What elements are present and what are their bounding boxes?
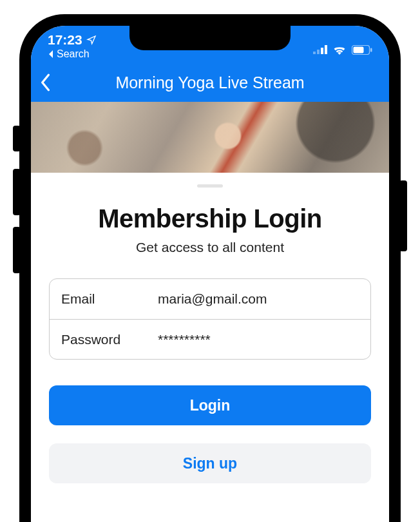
svg-rect-0 [313,52,316,54]
battery-icon [352,45,372,55]
sheet-handle[interactable] [197,184,223,188]
email-label: Email [61,291,158,307]
location-icon [86,35,97,45]
nav-bar: Morning Yoga Live Stream [31,63,389,102]
svg-rect-2 [321,48,323,54]
signup-button[interactable]: Sign up [49,443,371,483]
wifi-icon [332,44,347,55]
password-label: Password [61,332,158,347]
credentials-group: Email Password [49,278,371,360]
svg-rect-5 [354,46,364,53]
login-sheet: Membership Login Get access to all conte… [31,173,389,483]
back-to-app-label: Search [57,48,90,60]
status-time: 17:23 [48,33,82,46]
back-to-app[interactable]: Search [48,48,90,60]
sheet-title: Membership Login [49,204,371,233]
phone-notch [129,26,291,50]
password-field[interactable] [158,332,359,347]
caret-left-icon [48,50,54,58]
svg-rect-3 [325,45,327,54]
sheet-subtitle: Get access to all content [49,240,371,255]
email-field[interactable] [158,291,359,307]
svg-rect-1 [317,50,320,54]
svg-rect-6 [370,48,372,52]
page-title: Morning Yoga Live Stream [40,73,380,92]
email-row: Email [50,279,370,319]
cellular-icon [313,45,327,54]
phone-frame: 17:23 Search [19,14,401,522]
screen: 17:23 Search [31,26,389,522]
password-row: Password [50,319,370,359]
login-button[interactable]: Login [49,385,371,425]
hero-image [31,102,389,173]
